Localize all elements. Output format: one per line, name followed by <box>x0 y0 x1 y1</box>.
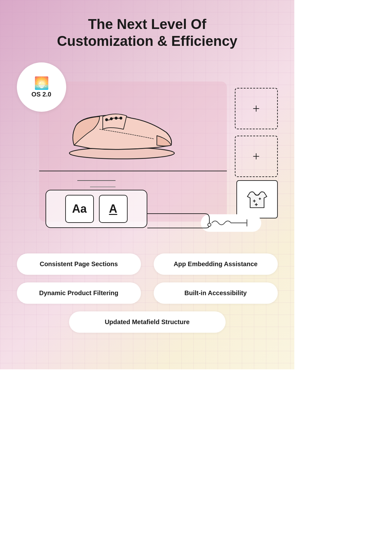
shoe-illustration <box>58 91 179 167</box>
small-line-1 <box>77 180 116 181</box>
app-icon-box <box>236 180 278 218</box>
page-wrapper: The Next Level Of Customization & Effici… <box>0 0 294 369</box>
dashed-box-2: + <box>235 136 278 177</box>
typography-box: Aa A <box>46 190 147 228</box>
page-title: The Next Level Of Customization & Effici… <box>57 16 237 50</box>
pill-app-embedding-assistance: App Embedding Assistance <box>154 253 278 275</box>
typo-card-aa: Aa <box>65 195 94 223</box>
feature-pills: Consistent Page Sections App Embedding A… <box>17 253 278 333</box>
os-badge: 🌅 OS 2.0 <box>17 62 66 112</box>
os-badge-text: OS 2.0 <box>32 91 51 98</box>
plus-icon-1: + <box>253 101 260 116</box>
small-line-2 <box>90 187 116 187</box>
typo-card-a-underline: A <box>99 195 128 223</box>
h-divider <box>39 171 227 171</box>
dashed-box-1: + <box>235 88 278 129</box>
pill-dynamic-product-filtering: Dynamic Product Filtering <box>17 282 141 304</box>
svg-point-11 <box>208 223 211 226</box>
connector-line <box>147 207 236 234</box>
illustration-container: 🌅 OS 2.0 <box>17 62 278 241</box>
title-section: The Next Level Of Customization & Effici… <box>57 16 237 50</box>
plus-icon-2: + <box>253 149 260 164</box>
pill-built-in-accessibility: Built-in Accessibility <box>154 282 278 304</box>
os-badge-icon: 🌅 <box>34 76 49 90</box>
pill-consistent-page-sections: Consistent Page Sections <box>17 253 141 275</box>
pill-updated-metafield-structure: Updated Metafield Structure <box>69 311 226 333</box>
